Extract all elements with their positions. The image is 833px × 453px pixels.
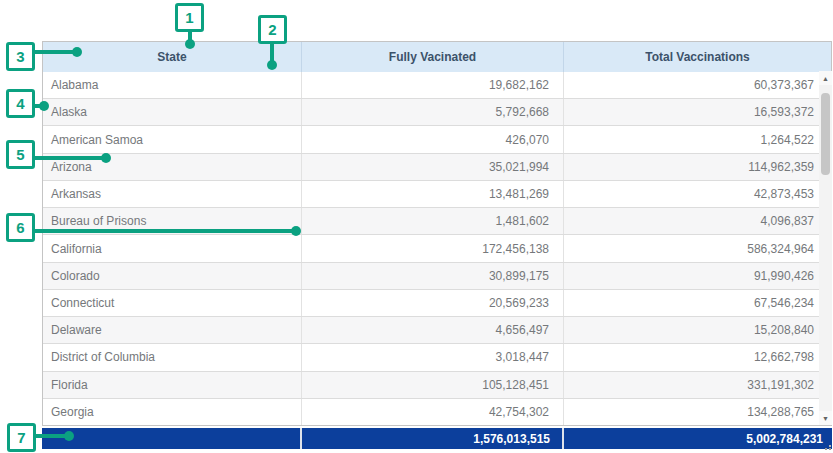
vertical-scrollbar[interactable]: ▲ ▼ [819, 71, 832, 425]
total-vaccinations-cell: 134,288,765 [563, 399, 831, 425]
page-background: State Fully Vacinated Total Vaccinations… [0, 0, 833, 453]
annotation-dot-1 [185, 39, 195, 49]
totals-fully-vacinated-cell: 1,576,013,515 [300, 428, 562, 449]
annotation-dot-4 [39, 101, 49, 111]
scroll-down-icon[interactable]: ▼ [819, 411, 832, 425]
annotation-dot-2 [267, 60, 277, 70]
fully-vacinated-cell: 42,754,302 [301, 399, 563, 425]
state-cell: Connecticut [43, 290, 301, 316]
annotation-marker-6: 6 [6, 213, 35, 242]
annotation-line-6 [33, 229, 297, 233]
annotation-marker-4: 4 [6, 89, 35, 118]
annotation-dot-7 [64, 431, 74, 441]
state-cell: Colorado [43, 263, 301, 289]
total-vaccinations-cell: 42,873,453 [563, 181, 831, 207]
total-vaccinations-cell: 4,096,837 [563, 208, 831, 234]
total-vaccinations-cell: 114,962,359 [563, 154, 831, 180]
table-row[interactable]: Colorado 30,899,175 91,990,426 [43, 263, 831, 290]
state-cell: Florida [43, 372, 301, 398]
annotation-line-5 [33, 156, 108, 160]
fully-vacinated-cell: 1,481,602 [301, 208, 563, 234]
vaccination-table: State Fully Vacinated Total Vaccinations… [42, 41, 832, 426]
annotation-dot-6 [291, 226, 301, 236]
fully-vacinated-cell: 19,682,162 [301, 72, 563, 98]
state-cell: Arkansas [43, 181, 301, 207]
total-vaccinations-cell: 60,373,367 [563, 72, 831, 98]
annotation-dot-3 [72, 47, 82, 57]
table-row[interactable]: District of Columbia 3,018,447 12,662,79… [43, 344, 831, 371]
state-cell: Alaska [43, 99, 301, 125]
fully-vacinated-cell: 20,569,233 [301, 290, 563, 316]
fully-vacinated-cell: 172,456,138 [301, 235, 563, 261]
scrollbar-thumb[interactable] [821, 93, 830, 175]
totals-row: 1,576,013,515 5,002,784,231 [42, 428, 832, 449]
fully-vacinated-cell: 4,656,497 [301, 317, 563, 343]
annotation-marker-2: 2 [258, 15, 287, 44]
state-cell: Delaware [43, 317, 301, 343]
total-vaccinations-cell: 1,264,522 [563, 126, 831, 152]
fully-vacinated-cell: 35,021,994 [301, 154, 563, 180]
column-header-state[interactable]: State [43, 42, 301, 72]
table-row[interactable]: Florida 105,128,451 331,191,302 [43, 372, 831, 399]
table-row[interactable]: American Samoa 426,070 1,264,522 [43, 126, 831, 153]
state-cell: California [43, 235, 301, 261]
annotation-dot-5 [101, 153, 111, 163]
total-vaccinations-cell: 15,208,840 [563, 317, 831, 343]
state-cell: Georgia [43, 399, 301, 425]
table-row[interactable]: Arizona 35,021,994 114,962,359 [43, 154, 831, 181]
total-vaccinations-cell: 586,324,964 [563, 235, 831, 261]
table-row[interactable]: Alaska 5,792,668 16,593,372 [43, 99, 831, 126]
table-rows: Alabama 19,682,162 60,373,367 Alaska 5,7… [43, 72, 831, 425]
column-header-total-vaccinations[interactable]: Total Vaccinations [563, 42, 831, 72]
column-header-fully-vacinated[interactable]: Fully Vacinated [301, 42, 563, 72]
total-vaccinations-cell: 67,546,234 [563, 290, 831, 316]
scroll-up-icon[interactable]: ▲ [819, 71, 832, 85]
resize-handle-icon[interactable] [825, 446, 831, 451]
fully-vacinated-cell: 105,128,451 [301, 372, 563, 398]
fully-vacinated-cell: 13,481,269 [301, 181, 563, 207]
totals-total-vaccinations-cell: 5,002,784,231 [562, 428, 832, 449]
table-row[interactable]: Arkansas 13,481,269 42,873,453 [43, 181, 831, 208]
state-cell: District of Columbia [43, 344, 301, 370]
table-row[interactable]: Delaware 4,656,497 15,208,840 [43, 317, 831, 344]
table-row[interactable]: Connecticut 20,569,233 67,546,234 [43, 290, 831, 317]
table-row[interactable]: Alabama 19,682,162 60,373,367 [43, 72, 831, 99]
state-cell: Alabama [43, 72, 301, 98]
fully-vacinated-cell: 5,792,668 [301, 99, 563, 125]
fully-vacinated-cell: 3,018,447 [301, 344, 563, 370]
annotation-marker-7: 7 [7, 423, 36, 452]
totals-state-cell [42, 428, 300, 449]
state-cell: American Samoa [43, 126, 301, 152]
total-vaccinations-cell: 12,662,798 [563, 344, 831, 370]
table-row[interactable]: California 172,456,138 586,324,964 [43, 235, 831, 262]
fully-vacinated-cell: 30,899,175 [301, 263, 563, 289]
fully-vacinated-cell: 426,070 [301, 126, 563, 152]
total-vaccinations-cell: 16,593,372 [563, 99, 831, 125]
annotation-marker-1: 1 [175, 3, 204, 32]
total-vaccinations-cell: 91,990,426 [563, 263, 831, 289]
table-header-row: State Fully Vacinated Total Vaccinations [43, 42, 831, 72]
annotation-marker-5: 5 [6, 140, 35, 169]
annotation-marker-3: 3 [6, 42, 35, 71]
total-vaccinations-cell: 331,191,302 [563, 372, 831, 398]
table-row[interactable]: Georgia 42,754,302 134,288,765 [43, 399, 831, 425]
